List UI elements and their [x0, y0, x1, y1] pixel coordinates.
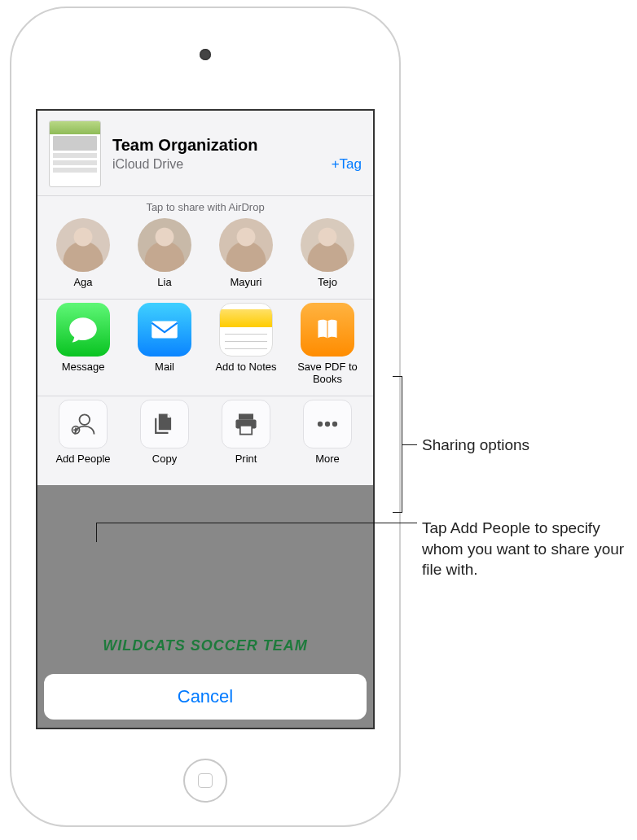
- contact-name: Lia: [157, 277, 171, 289]
- callout-add-people: Tap Add People to specify whom you want …: [422, 518, 626, 580]
- avatar: [301, 218, 354, 272]
- backdrop-document-title: WILDCATS SOCCER TEAM: [37, 637, 373, 654]
- action-label: Print: [235, 453, 257, 466]
- message-icon: [56, 303, 110, 357]
- svg-rect-6: [239, 413, 253, 419]
- action-more[interactable]: More: [290, 400, 365, 466]
- sheet-header: Team Organization iCloud Drive +Tag: [37, 111, 373, 196]
- contact-name: Tejo: [318, 277, 337, 289]
- print-icon: [222, 400, 270, 448]
- airdrop-contact[interactable]: Lia: [127, 218, 202, 289]
- contact-name: Mayuri: [230, 277, 261, 289]
- apps-row: Message Mail Add to Notes: [37, 300, 373, 396]
- actions-row: Add People Copy Print: [37, 396, 373, 485]
- action-label: Add People: [55, 453, 110, 466]
- device-frame: WILDCATS SOCCER TEAM Team Organization i…: [10, 7, 401, 827]
- svg-rect-0: [152, 321, 178, 338]
- callout-line: [96, 523, 97, 542]
- mail-icon: [138, 303, 191, 357]
- more-icon: [303, 400, 352, 448]
- svg-point-2: [80, 414, 90, 425]
- app-label: Add to Notes: [215, 361, 276, 374]
- svg-point-10: [325, 422, 330, 427]
- books-icon: [301, 303, 354, 357]
- add-people-icon: [59, 400, 108, 448]
- share-app-mail[interactable]: Mail: [127, 303, 202, 386]
- camera-dot: [200, 49, 211, 60]
- action-copy[interactable]: Copy: [127, 400, 202, 466]
- action-print[interactable]: Print: [209, 400, 283, 466]
- airdrop-contact[interactable]: Mayuri: [209, 218, 283, 289]
- app-label: Mail: [155, 361, 174, 374]
- document-thumbnail: [49, 120, 101, 187]
- app-label: Save PDF to Books: [290, 361, 365, 386]
- share-app-message[interactable]: Message: [46, 303, 121, 386]
- share-app-books[interactable]: Save PDF to Books: [290, 303, 365, 386]
- document-location: iCloud Drive: [112, 157, 183, 172]
- svg-point-11: [332, 422, 337, 427]
- airdrop-row: Aga Lia Mayuri Tejo: [37, 215, 373, 300]
- notes-icon: [219, 303, 273, 357]
- app-label: Message: [62, 361, 105, 374]
- screen: WILDCATS SOCCER TEAM Team Organization i…: [36, 109, 375, 729]
- document-title: Team Organization: [112, 135, 362, 155]
- airdrop-contact[interactable]: Aga: [46, 218, 121, 289]
- cancel-button[interactable]: Cancel: [44, 674, 367, 720]
- avatar: [219, 218, 273, 272]
- add-tag-button[interactable]: +Tag: [332, 156, 362, 173]
- action-add-people[interactable]: Add People: [46, 400, 121, 466]
- svg-rect-8: [240, 426, 252, 435]
- callout-line: [402, 444, 417, 445]
- svg-point-9: [318, 422, 323, 427]
- share-app-notes[interactable]: Add to Notes: [209, 303, 283, 386]
- copy-icon: [140, 400, 189, 448]
- contact-name: Aga: [73, 277, 92, 289]
- callout-brace: [393, 376, 402, 513]
- header-text-block: Team Organization iCloud Drive +Tag: [112, 120, 362, 187]
- share-sheet: Team Organization iCloud Drive +Tag Tap …: [37, 111, 373, 485]
- home-button[interactable]: [183, 759, 227, 803]
- callout-line: [96, 523, 417, 523]
- action-label: Copy: [152, 453, 177, 466]
- avatar: [56, 218, 110, 272]
- avatar: [138, 218, 191, 272]
- action-label: More: [315, 453, 340, 466]
- airdrop-contact[interactable]: Tejo: [290, 218, 365, 289]
- callout-sharing-options: Sharing options: [422, 435, 609, 456]
- airdrop-label: Tap to share with AirDrop: [37, 196, 373, 215]
